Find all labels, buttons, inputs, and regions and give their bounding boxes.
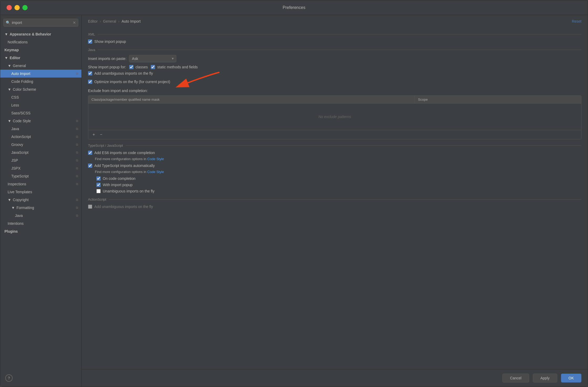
sidebar-item-label: TypeScript: [11, 174, 29, 178]
show-import-popup-checkbox-xml[interactable]: Show import popup: [88, 39, 581, 44]
sidebar-item-intentions[interactable]: Intentions: [0, 220, 81, 227]
sidebar-item-code-style[interactable]: ▼ Code Style ⧉: [0, 117, 81, 125]
collapse-arrow-icon: ▼: [8, 87, 11, 91]
sidebar-item-label: Sass/SCSS: [11, 111, 30, 115]
sidebar-item-typescript-cs[interactable]: TypeScript ⧉: [0, 172, 81, 180]
static-methods-input[interactable]: [151, 65, 155, 69]
classes-checkbox[interactable]: classes: [129, 65, 148, 69]
sidebar-item-java-cs[interactable]: Java ⧉: [0, 125, 81, 133]
typescript-section-divider: TypeScript / JavaScript: [88, 144, 581, 147]
with-import-popup-input[interactable]: [96, 183, 101, 187]
find-more-ts-row: Find more configuration options in Code …: [95, 170, 581, 174]
on-code-completion-checkbox[interactable]: On code completion: [96, 176, 581, 181]
classes-input[interactable]: [129, 65, 133, 69]
sidebar-item-actionscript[interactable]: ActionScript ⧉: [0, 133, 81, 141]
sidebar-item-inspections[interactable]: Inspections ⧉: [0, 180, 81, 188]
add-unambiguous-input[interactable]: [88, 71, 92, 75]
add-es6-checkbox[interactable]: Add ES6 imports on code completion: [88, 151, 581, 155]
copy-icon: ⧉: [76, 127, 78, 131]
sidebar-item-auto-import[interactable]: Auto Import ⧉: [0, 70, 81, 78]
sidebar-item-copyright[interactable]: ▼ Copyright ⧉: [0, 196, 81, 204]
sidebar-item-plugins[interactable]: Plugins: [0, 227, 81, 235]
sidebar-item-editor[interactable]: ▼ Editor: [0, 54, 81, 62]
unambiguous-imports-checkbox[interactable]: Unambiguous imports on the fly: [96, 189, 581, 193]
ok-button[interactable]: OK: [561, 374, 581, 383]
as-add-unambiguous-label: Add unambiguous imports on the fly: [94, 205, 153, 209]
sidebar-item-jsp[interactable]: JSP ⧉: [0, 156, 81, 164]
sidebar-item-notifications[interactable]: Notifications: [0, 38, 81, 46]
apply-button[interactable]: Apply: [533, 374, 557, 383]
copy-icon: ⧉: [76, 72, 78, 75]
search-clear-icon[interactable]: ✕: [73, 21, 76, 25]
sidebar-item-formatting[interactable]: ▼ Formatting ⧉: [0, 204, 81, 212]
collapse-arrow-icon: ▼: [4, 56, 8, 60]
sidebar-item-label: General: [13, 64, 26, 68]
sidebar-item-label: Code Style: [13, 119, 31, 123]
sidebar-item-groovy[interactable]: Groovy ⧉: [0, 141, 81, 149]
reset-button[interactable]: Reset: [572, 19, 581, 23]
typescript-sub-options: On code completion With import popup Una…: [96, 176, 581, 193]
sidebar-item-css[interactable]: CSS: [0, 93, 81, 101]
with-import-popup-checkbox[interactable]: With import popup: [96, 183, 581, 187]
exclude-label-row: Exclude from import and completion:: [88, 89, 581, 93]
sidebar-item-keymap[interactable]: Keymap: [0, 46, 81, 54]
add-es6-input[interactable]: [88, 151, 92, 155]
minimize-button[interactable]: [14, 5, 20, 10]
divider-line: [98, 34, 581, 34]
unambiguous-imports-input[interactable]: [96, 189, 101, 193]
close-button[interactable]: [7, 5, 12, 10]
code-style-link-2[interactable]: Code Style: [147, 170, 164, 174]
sidebar-item-jspx[interactable]: JSPX ⧉: [0, 164, 81, 172]
optimize-imports-row: Optimize imports on the fly (for current…: [88, 78, 170, 86]
sidebar-item-less[interactable]: Less: [0, 101, 81, 109]
add-unambiguous-checkbox[interactable]: Add unambiguous imports on the fly: [88, 71, 581, 75]
help-button[interactable]: ?: [5, 374, 13, 382]
sidebar-item-java-fmt[interactable]: Java ⧉: [0, 212, 81, 220]
add-pattern-button[interactable]: +: [90, 132, 97, 138]
add-typescript-input[interactable]: [88, 164, 92, 168]
as-add-unambiguous-checkbox[interactable]: Add unambiguous imports on the fly: [88, 205, 581, 209]
table-header: Class/package/member qualified name mask…: [88, 96, 581, 104]
table-col-scope: Scope: [415, 96, 581, 103]
insert-imports-label: Insert imports on paste:: [88, 57, 126, 61]
insert-imports-select[interactable]: Ask Always Never: [129, 55, 176, 62]
main-layout: 🔍 ✕ ▼ Appearance & Behavior Notification…: [0, 15, 588, 387]
search-box[interactable]: 🔍 ✕: [3, 19, 78, 27]
exclude-label: Exclude from import and completion:: [88, 89, 148, 93]
empty-message: No exclude patterns: [318, 115, 351, 119]
breadcrumb-sep-2: ›: [118, 19, 120, 23]
sidebar-item-appearance[interactable]: ▼ Appearance & Behavior: [0, 30, 81, 38]
sidebar-item-javascript[interactable]: JavaScript ⧉: [0, 149, 81, 156]
remove-pattern-button[interactable]: −: [98, 132, 105, 138]
sidebar-item-sass-scss[interactable]: Sass/SCSS: [0, 109, 81, 117]
on-code-completion-input[interactable]: [96, 176, 101, 181]
preferences-window: Preferences 🔍 ✕ ▼ Appearance & Behavior …: [0, 0, 588, 387]
sidebar-item-label: Color Scheme: [13, 87, 36, 91]
sidebar-item-color-scheme[interactable]: ▼ Color Scheme: [0, 85, 81, 93]
divider-line-java: [98, 50, 581, 50]
cancel-button[interactable]: Cancel: [502, 374, 529, 383]
sidebar-item-label: JavaScript: [11, 150, 28, 155]
sidebar-item-live-templates[interactable]: Live Templates: [0, 188, 81, 196]
sidebar-item-label: Inspections: [8, 182, 26, 186]
copy-icon: ⧉: [76, 206, 78, 210]
code-style-link-1[interactable]: Code Style: [147, 157, 164, 161]
table-col-mask: Class/package/member qualified name mask: [88, 96, 415, 103]
add-typescript-checkbox[interactable]: Add TypeScript imports automatically: [88, 164, 581, 168]
sidebar-item-code-folding[interactable]: Code Folding: [0, 78, 81, 85]
show-import-for-label: Show import popup for:: [88, 65, 126, 69]
on-code-completion-label: On code completion: [103, 176, 136, 181]
copy-icon: ⧉: [76, 214, 78, 217]
search-input[interactable]: [12, 21, 71, 25]
as-add-unambiguous-input[interactable]: [88, 205, 92, 209]
typescript-section-label: TypeScript / JavaScript: [88, 144, 123, 147]
static-methods-checkbox[interactable]: static methods and fields: [151, 65, 198, 69]
sidebar-item-label: Code Folding: [11, 79, 33, 84]
maximize-button[interactable]: [22, 5, 28, 10]
show-import-popup-input-xml[interactable]: [88, 39, 92, 44]
xml-section-label: XML: [88, 32, 95, 36]
optimize-imports-input[interactable]: [88, 80, 92, 84]
sidebar-item-label: Less: [11, 103, 19, 107]
optimize-imports-checkbox[interactable]: Optimize imports on the fly (for current…: [88, 80, 170, 84]
sidebar-item-general[interactable]: ▼ General: [0, 62, 81, 70]
